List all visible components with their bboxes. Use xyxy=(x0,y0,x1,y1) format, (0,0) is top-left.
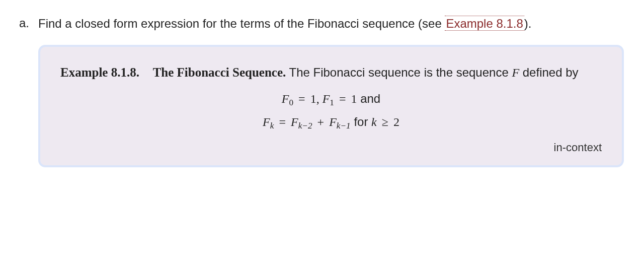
example-link[interactable]: Example 8.1.8 xyxy=(445,16,524,31)
list-item-a: a. Find a closed form expression for the… xyxy=(15,15,624,167)
example-intro-var: F xyxy=(512,66,519,79)
prompt-post: ). xyxy=(524,17,532,30)
example-box: Example 8.1.8. The Fibonacci Sequence. T… xyxy=(38,45,624,167)
example-intro-post: defined by xyxy=(519,66,578,79)
prompt-text: Find a closed form expression for the te… xyxy=(38,15,624,33)
list-item-label: a. xyxy=(15,15,29,30)
prompt-pre: Find a closed form expression for the te… xyxy=(38,17,445,30)
example-title: The Fibonacci Sequence. xyxy=(153,66,286,79)
in-context-link[interactable]: in-context xyxy=(60,141,602,154)
example-intro-pre: The Fibonacci sequence is the sequence xyxy=(289,66,512,79)
math-line-2: Fk = Fk−2 + Fk−1 for k ≥ 2 xyxy=(60,115,602,131)
example-intro: Example 8.1.8. The Fibonacci Sequence. T… xyxy=(60,63,602,82)
list-item-body: Find a closed form expression for the te… xyxy=(38,15,624,167)
math-line-1: F0 = 1, F1 = 1 and xyxy=(60,92,602,108)
example-heading: Example 8.1.8. xyxy=(60,66,139,79)
